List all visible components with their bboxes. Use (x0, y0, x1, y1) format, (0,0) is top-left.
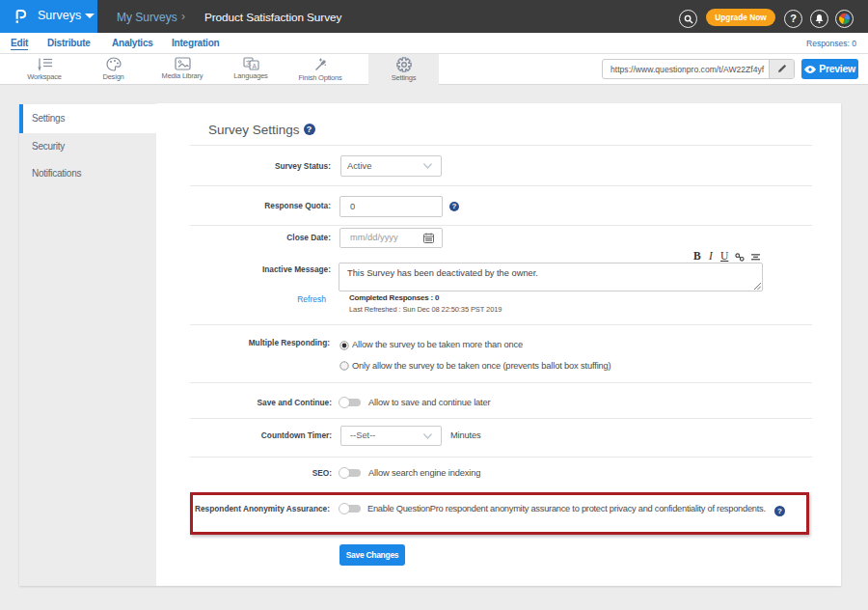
svg-text:文: 文 (246, 59, 252, 66)
svg-text:A: A (252, 63, 257, 69)
